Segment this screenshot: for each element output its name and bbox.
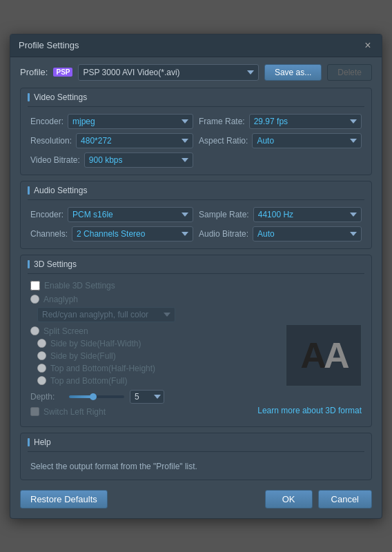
video-bitrate-select[interactable]: 900 kbps: [84, 152, 193, 168]
audio-row-2: Channels: 2 Channels Stereo Audio Bitrat…: [30, 226, 362, 241]
threed-content: Anaglyph Red/cyan anaglyph, full color S…: [30, 295, 362, 417]
depth-label: Depth:: [30, 392, 63, 402]
top-half-radio-row: Top and Bottom(Half-Height): [37, 364, 280, 373]
threed-left: Anaglyph Red/cyan anaglyph, full color S…: [30, 295, 280, 417]
threed-settings-body: Enable 3D Settings Anaglyph Red/cyan ana…: [21, 278, 371, 417]
audio-bitrate-select[interactable]: Auto: [253, 226, 362, 241]
ok-button[interactable]: OK: [265, 490, 313, 509]
frame-rate-select[interactable]: 29.97 fps: [249, 114, 362, 129]
video-bitrate-label: Video Bitrate:: [30, 155, 80, 165]
switch-left-right-label: Switch Left Right: [43, 407, 106, 417]
top-half-label: Top and Bottom(Half-Height): [50, 364, 155, 373]
anaglyph-select[interactable]: Red/cyan anaglyph, full color: [37, 307, 175, 322]
enable-3d-row: Enable 3D Settings: [30, 281, 362, 290]
audio-encoder-col: Encoder: PCM s16le: [30, 207, 193, 222]
video-row-3: Video Bitrate: 900 kbps: [30, 152, 362, 168]
video-divider: [28, 106, 364, 107]
help-header: Help: [21, 433, 371, 451]
side-half-radio[interactable]: [37, 339, 46, 348]
audio-bitrate-label: Audio Bitrate:: [199, 229, 248, 239]
cancel-button[interactable]: Cancel: [318, 490, 372, 509]
profile-select[interactable]: PSP 3000 AVI Video(*.avi): [78, 64, 258, 81]
video-row-2: Resolution: 480*272 Aspect Ratio: Auto: [30, 133, 362, 148]
side-full-radio[interactable]: [37, 351, 46, 360]
preview-text-a1: A: [300, 335, 324, 376]
split-screen-radio-row: Split Screen: [30, 326, 280, 336]
audio-settings-header: Audio Settings: [21, 181, 371, 199]
delete-button[interactable]: Delete: [327, 64, 372, 81]
anaglyph-radio-row: Anaglyph: [30, 295, 280, 304]
dialog-content: Profile: PSP PSP 3000 AVI Video(*.avi) S…: [10, 57, 382, 518]
preview-text-a2: A: [324, 335, 347, 376]
depth-input[interactable]: 5: [130, 390, 164, 404]
threed-preview: AA: [286, 324, 362, 386]
split-screen-radio[interactable]: [30, 326, 39, 335]
video-settings-body: Encoder: mjpeg Frame Rate: 29.97 fps: [21, 111, 371, 168]
depth-slider-track[interactable]: [69, 395, 124, 398]
threed-settings-section: 3D Settings Enable 3D Settings Anaglyph: [20, 255, 372, 427]
top-half-radio[interactable]: [37, 364, 46, 373]
video-settings-header: Video Settings: [21, 88, 371, 106]
side-full-label: Side by Side(Full): [50, 351, 116, 361]
help-divider: [28, 451, 364, 452]
audio-settings-body: Encoder: PCM s16le Sample Rate: 44100 Hz: [21, 204, 371, 241]
split-screen-label: Split Screen: [43, 326, 88, 336]
audio-settings-section: Audio Settings Encoder: PCM s16le Sample…: [20, 181, 372, 249]
encoder-col: Encoder: mjpeg: [30, 114, 193, 129]
threed-preview-area: AA: [286, 295, 362, 417]
frame-rate-col: Frame Rate: 29.97 fps: [199, 114, 362, 129]
resolution-select[interactable]: 480*272: [76, 133, 193, 148]
audio-divider: [28, 199, 364, 200]
video-row-1: Encoder: mjpeg Frame Rate: 29.97 fps: [30, 114, 362, 129]
top-full-label: Top and Bottom(Full): [50, 376, 127, 386]
audio-bitrate-col: Audio Bitrate: Auto: [199, 226, 362, 241]
threed-divider: [28, 273, 364, 274]
depth-row: Depth: 5: [30, 390, 280, 404]
restore-defaults-button[interactable]: Restore Defaults: [20, 490, 108, 509]
save-as-button[interactable]: Save as...: [264, 64, 322, 81]
resolution-label: Resolution:: [30, 136, 72, 146]
enable-3d-checkbox[interactable]: [30, 281, 40, 290]
encoder-select[interactable]: mjpeg: [68, 114, 193, 129]
side-half-label: Side by Side(Half-Width): [50, 339, 141, 348]
audio-row-1: Encoder: PCM s16le Sample Rate: 44100 Hz: [30, 207, 362, 222]
profile-badge: PSP: [53, 68, 72, 77]
aspect-ratio-select[interactable]: Auto: [252, 133, 362, 148]
split-screen-options: Side by Side(Half-Width) Side by Side(Fu…: [30, 339, 280, 386]
audio-encoder-label: Encoder:: [30, 210, 63, 219]
close-button[interactable]: ×: [362, 40, 373, 51]
switch-left-right-checkbox[interactable]: [30, 407, 39, 416]
video-bitrate-col: Video Bitrate: 900 kbps: [30, 152, 193, 168]
profile-settings-dialog: Profile Settings × Profile: PSP PSP 3000…: [10, 34, 382, 519]
anaglyph-radio[interactable]: [30, 295, 39, 304]
anaglyph-select-row: Red/cyan anaglyph, full color: [30, 307, 280, 322]
sample-rate-col: Sample Rate: 44100 Hz: [199, 207, 362, 222]
aspect-ratio-col: Aspect Ratio: Auto: [199, 133, 362, 148]
footer: Restore Defaults OK Cancel: [20, 487, 372, 510]
resolution-col: Resolution: 480*272: [30, 133, 193, 148]
profile-label: Profile:: [20, 67, 48, 77]
depth-slider-thumb: [90, 393, 97, 400]
channels-label: Channels:: [30, 229, 68, 239]
top-full-radio[interactable]: [37, 376, 46, 385]
anaglyph-label: Anaglyph: [43, 295, 78, 304]
switch-left-right-row: Switch Left Right: [30, 407, 280, 417]
audio-encoder-select[interactable]: PCM s16le: [68, 207, 193, 222]
dialog-title: Profile Settings: [19, 40, 79, 50]
top-full-radio-row: Top and Bottom(Full): [37, 376, 280, 386]
encoder-label: Encoder:: [30, 117, 63, 126]
help-text: Select the output format from the "Profi…: [21, 456, 371, 473]
channels-select[interactable]: 2 Channels Stereo: [72, 226, 193, 241]
video-settings-section: Video Settings Encoder: mjpeg Frame Rate…: [20, 88, 372, 175]
footer-right: OK Cancel: [265, 490, 372, 509]
side-full-radio-row: Side by Side(Full): [37, 351, 280, 361]
title-bar: Profile Settings ×: [10, 34, 382, 57]
threed-settings-header: 3D Settings: [21, 255, 371, 273]
channels-col: Channels: 2 Channels Stereo: [30, 226, 193, 241]
sample-rate-label: Sample Rate:: [199, 210, 249, 219]
aspect-ratio-label: Aspect Ratio:: [199, 136, 248, 146]
empty-col: [199, 152, 362, 168]
sample-rate-select[interactable]: 44100 Hz: [253, 207, 362, 222]
help-section: Help Select the output format from the "…: [20, 433, 372, 480]
side-half-radio-row: Side by Side(Half-Width): [37, 339, 280, 348]
